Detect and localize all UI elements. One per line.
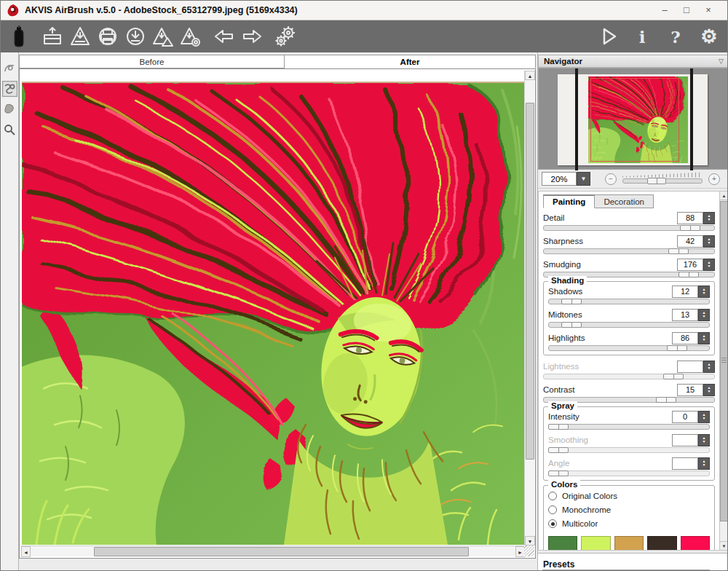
navigator-view-frame[interactable] (590, 78, 679, 162)
smudge-tool[interactable] (2, 101, 17, 117)
param-slider (548, 447, 710, 453)
scroll-left-icon[interactable]: ◄ (21, 546, 31, 557)
preferences-button[interactable]: ⚙ (695, 23, 723, 50)
zoom-out-button[interactable]: − (605, 173, 617, 185)
param-input[interactable] (677, 235, 703, 248)
radio-icon[interactable] (548, 505, 557, 514)
tab-decoration[interactable]: Decoration (595, 194, 654, 208)
view-tabs: Before After (19, 55, 536, 68)
batch-processing-button[interactable] (272, 23, 299, 50)
param-input[interactable] (677, 212, 703, 224)
scroll-down-icon[interactable]: ▼ (525, 536, 535, 546)
color-swatch[interactable] (614, 536, 644, 551)
zoom-in-button[interactable]: + (708, 173, 720, 185)
import-presets-button[interactable] (149, 23, 177, 50)
save-button[interactable] (66, 23, 94, 50)
spinner-buttons[interactable]: ▲▼ (703, 212, 715, 224)
zoom-tick-marks (622, 173, 703, 178)
param-highlights: Highlights ▲▼ (548, 331, 710, 351)
radio-icon-selected[interactable] (548, 519, 557, 528)
tab-before[interactable]: Before (19, 55, 285, 68)
canvas-horizontal-scrollbar[interactable]: ◄ ► (21, 546, 525, 556)
param-slider[interactable] (548, 345, 710, 351)
zoom-dropdown-icon[interactable]: ▼ (577, 172, 590, 186)
vertical-scroll-thumb[interactable] (526, 103, 534, 460)
radio-icon[interactable] (548, 492, 557, 500)
scrollbar-corner (524, 546, 534, 556)
tab-painting[interactable]: Painting (543, 194, 595, 208)
option-monochrome[interactable]: Monochrome (548, 503, 710, 516)
settings-scrollbar[interactable]: ▲ ▼ (719, 191, 728, 551)
settings-tabs: Painting Decoration (543, 194, 715, 208)
spinner-buttons[interactable]: ▲▼ (698, 411, 710, 423)
param-input[interactable] (677, 384, 703, 396)
about-button[interactable]: i (628, 23, 656, 50)
param-input[interactable] (672, 332, 698, 344)
zoom-tool[interactable] (2, 122, 17, 138)
color-swatch[interactable] (681, 536, 710, 551)
horizontal-scroll-thumb[interactable] (94, 547, 469, 556)
run-button[interactable] (595, 23, 622, 50)
param-slider[interactable] (543, 248, 715, 254)
colors-group: Colors Original Colors Monochrome Multic… (543, 485, 715, 551)
spinner-buttons[interactable]: ▲▼ (698, 309, 710, 321)
param-label: Lightness (543, 362, 579, 371)
spinner-buttons[interactable]: ▲▼ (703, 384, 715, 396)
param-smoothing: Smoothing ▲▼ (548, 433, 710, 453)
tab-after[interactable]: After (285, 55, 536, 68)
minimize-button[interactable]: – (659, 4, 670, 16)
spinner-buttons[interactable]: ▲▼ (698, 286, 710, 298)
help-button[interactable]: ? (662, 23, 689, 50)
settings-scroll-thumb[interactable] (720, 201, 728, 521)
share-button[interactable] (122, 23, 149, 50)
param-input[interactable] (672, 286, 698, 298)
option-multicolor[interactable]: Multicolor (548, 517, 710, 530)
after-image[interactable] (22, 82, 526, 545)
spinner-buttons[interactable]: ▲▼ (698, 332, 710, 344)
zoom-slider-handle[interactable] (647, 178, 666, 184)
param-input[interactable] (672, 411, 698, 423)
scroll-down-icon[interactable]: ▼ (720, 541, 728, 550)
param-input[interactable] (677, 259, 703, 271)
param-angle: Angle ▲▼ (548, 457, 710, 476)
spinner-buttons[interactable]: ▲▼ (703, 259, 715, 271)
maximize-button[interactable]: □ (681, 4, 692, 16)
canvas-edge-marker (575, 68, 578, 170)
shading-group: Shading Shadows ▲▼ Midtones ▲▼ (543, 281, 715, 355)
param-slider[interactable] (548, 299, 710, 304)
zoom-slider[interactable] (622, 174, 703, 184)
scroll-up-icon[interactable]: ▲ (525, 71, 535, 80)
navigator-thumbnail[interactable] (538, 68, 728, 170)
right-panel: Navigator ▽ ▼ − + (537, 52, 728, 571)
param-input[interactable] (672, 309, 698, 321)
navigator-collapse-icon[interactable]: ▽ (719, 58, 724, 65)
zoom-value-input[interactable] (542, 172, 577, 186)
spray-group-title: Spray (548, 401, 577, 410)
param-slider[interactable] (543, 225, 715, 231)
history-brush-tool[interactable] (2, 81, 17, 97)
print-button[interactable] (94, 23, 122, 50)
param-input (672, 457, 698, 470)
stroke-direction-tool[interactable] (2, 60, 17, 76)
option-original-colors[interactable]: Original Colors (548, 489, 710, 503)
param-slider[interactable] (548, 322, 710, 328)
canvas-vertical-scrollbar[interactable]: ▲ ▼ (524, 71, 534, 546)
param-label: Angle (548, 459, 569, 468)
close-button[interactable]: × (703, 4, 714, 16)
open-button[interactable] (39, 23, 66, 50)
spinner-buttons[interactable]: ▲▼ (703, 235, 715, 248)
canvas[interactable]: ▲ ▼ ◄ ► (19, 68, 536, 559)
scroll-up-icon[interactable]: ▲ (720, 192, 728, 200)
param-slider[interactable] (548, 424, 710, 430)
redo-button[interactable] (238, 23, 266, 50)
color-swatch[interactable] (548, 536, 577, 551)
color-swatch[interactable] (647, 536, 676, 551)
zoom-combobox[interactable]: ▼ (542, 172, 590, 186)
undo-button[interactable] (210, 23, 238, 50)
color-swatch[interactable] (581, 536, 610, 551)
toolbox (1, 52, 19, 571)
param-slider (548, 470, 710, 476)
export-presets-button[interactable] (177, 23, 205, 50)
settings-panel: Painting Decoration Detail ▲▼ Sharpness … (538, 191, 720, 551)
param-detail: Detail ▲▼ (543, 211, 715, 231)
